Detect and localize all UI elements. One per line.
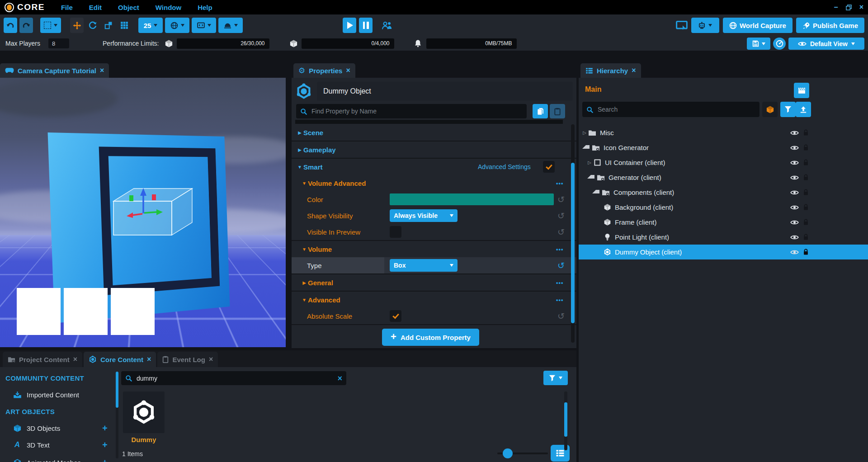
sidebar-item-3d-text[interactable]: A 3D Text +: [0, 438, 113, 452]
slider-thumb[interactable]: [503, 448, 513, 458]
eye-icon[interactable]: [790, 130, 799, 136]
tree-item-dummy-object-selected[interactable]: Dummy Object (client): [579, 245, 868, 259]
max-players-input[interactable]: 8: [48, 38, 69, 48]
absolute-scale-checkbox[interactable]: [390, 310, 401, 322]
pause-button[interactable]: [359, 18, 373, 33]
lock-icon[interactable]: [803, 174, 809, 181]
find-property-search[interactable]: [296, 104, 527, 118]
menu-edit[interactable]: Edit: [89, 4, 102, 11]
more-options-icon[interactable]: •••: [556, 180, 564, 187]
redo-button[interactable]: [19, 18, 33, 33]
scrollbar-thumb[interactable]: [571, 163, 575, 323]
close-icon[interactable]: ×: [632, 67, 636, 74]
more-options-icon[interactable]: •••: [556, 297, 564, 303]
add-icon[interactable]: +: [102, 440, 108, 450]
paste-properties-button[interactable]: [550, 104, 565, 118]
reset-icon[interactable]: ↺: [557, 195, 565, 204]
filter-button[interactable]: [780, 102, 796, 117]
tree-item-frame[interactable]: Frame (client): [579, 215, 868, 230]
lock-icon[interactable]: [803, 204, 809, 211]
collapse-arrow-icon[interactable]: [582, 145, 590, 149]
selection-mode-dropdown[interactable]: [40, 18, 61, 33]
advanced-settings-label[interactable]: Advanced Settings: [478, 163, 531, 170]
copy-properties-button[interactable]: [533, 104, 548, 118]
hierarchy-search-input[interactable]: [597, 105, 755, 113]
tree-item-components[interactable]: Components (client): [579, 185, 868, 200]
expand-arrow-icon[interactable]: ▶: [296, 130, 303, 135]
collapse-arrow-icon[interactable]: ▼: [296, 165, 303, 170]
section-gameplay[interactable]: ▶ Gameplay: [292, 141, 576, 158]
tab-hierarchy[interactable]: Hierarchy ×: [580, 63, 641, 78]
close-icon[interactable]: ×: [209, 356, 213, 363]
bot-dropdown[interactable]: [691, 18, 719, 33]
sidebar-item-animated-meshes[interactable]: Animated Meshes +: [0, 456, 113, 462]
subsection-volume[interactable]: ▼ Volume •••: [292, 241, 576, 257]
hierarchy-search[interactable]: [582, 102, 760, 117]
menu-window[interactable]: Window: [156, 4, 181, 11]
eye-icon[interactable]: [790, 190, 799, 195]
menu-object[interactable]: Object: [118, 4, 139, 11]
close-icon[interactable]: ×: [100, 67, 104, 74]
tab-project-content[interactable]: Project Content ×: [3, 352, 82, 367]
content-search-input[interactable]: [136, 374, 334, 382]
tab-properties[interactable]: ⚙ Properties ×: [293, 63, 355, 78]
more-options-icon[interactable]: •••: [556, 279, 564, 286]
tree-item-misc[interactable]: ▷ Misc: [579, 125, 868, 140]
subsection-advanced[interactable]: ▼ Advanced •••: [292, 292, 576, 308]
screenshot-button[interactable]: [794, 83, 809, 98]
export-button[interactable]: [796, 102, 811, 117]
reset-icon[interactable]: ↺: [557, 212, 565, 220]
default-view-dropdown[interactable]: Default View: [788, 38, 864, 50]
grid-snap-button[interactable]: [118, 18, 131, 33]
play-button[interactable]: [343, 18, 356, 33]
add-custom-property-button[interactable]: + Add Custom Property: [382, 329, 479, 346]
close-icon[interactable]: ×: [147, 356, 151, 363]
collapse-arrow-icon[interactable]: [592, 190, 599, 193]
tab-camera-capture-tutorial[interactable]: Camera Capture Tutorial ×: [0, 63, 109, 78]
tree-item-ui-container[interactable]: ▷ UI Container (client): [579, 155, 868, 170]
collapse-arrow-icon[interactable]: ▼: [301, 247, 308, 252]
sidebar-item-3d-objects[interactable]: 3D Objects +: [0, 421, 113, 435]
rotate-tool-button[interactable]: [86, 18, 99, 33]
sky-dropdown[interactable]: [218, 18, 243, 33]
lock-icon[interactable]: [803, 189, 809, 196]
eye-icon[interactable]: [790, 235, 799, 240]
color-swatch[interactable]: [390, 193, 554, 205]
eye-icon[interactable]: [790, 220, 799, 225]
expand-arrow-icon[interactable]: ▶: [301, 280, 308, 285]
scrollbar-thumb[interactable]: [564, 402, 567, 437]
close-icon[interactable]: ×: [346, 67, 350, 74]
undo-button[interactable]: [4, 18, 17, 33]
add-icon[interactable]: +: [102, 423, 108, 434]
tab-core-content[interactable]: Core Content ×: [84, 352, 156, 367]
scrollbar-thumb[interactable]: [116, 372, 118, 408]
lock-icon[interactable]: [803, 129, 809, 136]
save-dropdown[interactable]: [747, 38, 770, 50]
advanced-settings-checkbox[interactable]: [543, 161, 555, 173]
sidebar-item-imported-content[interactable]: Imported Content: [0, 388, 113, 401]
minimize-icon[interactable]: –: [834, 4, 838, 11]
eye-icon[interactable]: [790, 175, 799, 180]
collapse-arrow-icon[interactable]: ▼: [301, 181, 308, 186]
section-smart[interactable]: ▼ Smart Advanced Settings: [292, 159, 576, 175]
environment-dropdown[interactable]: [165, 18, 189, 33]
asset-tile-dummy[interactable]: [123, 391, 165, 433]
expand-arrow-icon[interactable]: ▶: [296, 147, 303, 152]
tree-item-generator[interactable]: Generator (client): [579, 170, 868, 185]
visible-in-preview-checkbox[interactable]: [390, 226, 401, 238]
eye-icon[interactable]: [790, 250, 799, 255]
lock-icon[interactable]: [803, 159, 809, 166]
menu-help[interactable]: Help: [198, 4, 212, 11]
tab-event-log[interactable]: Event Log ×: [157, 352, 218, 367]
shape-visibility-dropdown[interactable]: Always Visible: [390, 209, 458, 222]
screen-share-icon[interactable]: [676, 20, 688, 31]
move-tool-button[interactable]: [70, 18, 84, 33]
expand-arrow-icon[interactable]: ▷: [586, 160, 593, 165]
clear-search-icon[interactable]: ×: [337, 374, 342, 382]
eye-icon[interactable]: [790, 145, 799, 151]
expand-arrow-icon[interactable]: ▷: [581, 130, 588, 135]
section-scene[interactable]: ▶ Scene: [292, 124, 576, 141]
lock-icon[interactable]: [803, 219, 809, 226]
tree-item-background[interactable]: Background (client): [579, 200, 868, 215]
type-dropdown[interactable]: Box: [390, 259, 458, 272]
